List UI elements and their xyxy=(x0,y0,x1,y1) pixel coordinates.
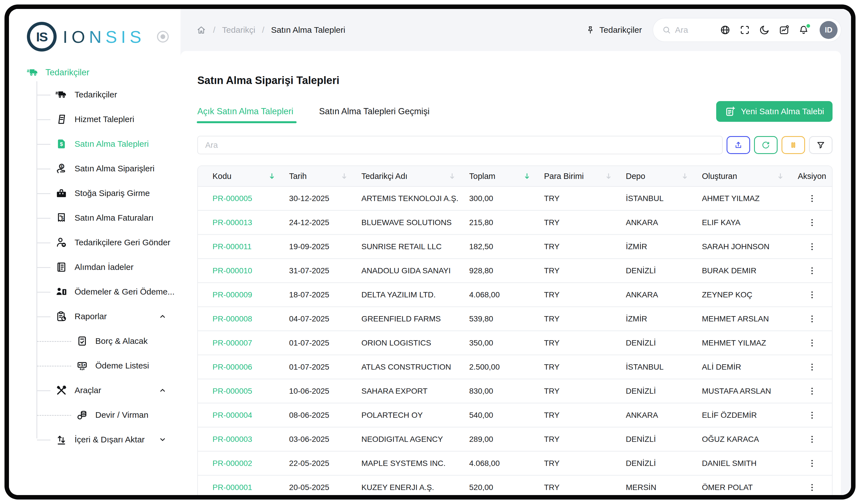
column-header-toplam[interactable]: Toplam xyxy=(464,172,539,181)
page-title: Satın Alma Siparişi Talepleri xyxy=(197,74,833,87)
table-row[interactable]: PR-000001 20-05-2025 KUZEY ENERJI A.Ş. 5… xyxy=(198,476,832,495)
sort-icon[interactable] xyxy=(604,172,613,180)
request-code-link[interactable]: PR-000004 xyxy=(198,411,283,420)
table-row[interactable]: PR-000003 03-06-2025 NEODIGITAL AGENCY 2… xyxy=(198,428,832,451)
request-code-link[interactable]: PR-000011 xyxy=(198,242,283,251)
kebab-menu-icon[interactable] xyxy=(807,217,817,228)
sidebar-item-satin-alma-faturalari[interactable]: $ Satın Alma Faturaları xyxy=(27,206,181,230)
breadcrumb-level1[interactable]: Tedarikçi xyxy=(222,25,255,35)
kebab-menu-icon[interactable] xyxy=(807,386,817,397)
kebab-menu-icon[interactable] xyxy=(807,289,817,300)
table-row[interactable]: PR-000002 22-05-2025 MAPLE SYSTEMS INC. … xyxy=(198,451,832,476)
dark-mode-moon-icon[interactable] xyxy=(759,25,770,35)
table-row[interactable]: PR-000006 01-07-2025 ATLAS CONSTRUCTION … xyxy=(198,355,832,380)
sidebar-item-tedarikciler[interactable]: Tedarikçiler xyxy=(27,82,181,107)
table-row[interactable]: PR-000007 01-07-2025 ORION LOGISTICS 350… xyxy=(198,331,832,355)
refresh-button[interactable] xyxy=(754,136,778,154)
table-row[interactable]: PR-000009 18-07-2025 DELTA YAZILIM LTD. … xyxy=(198,283,832,307)
sidebar-item-alimdan-iadeler[interactable]: Alımdan İadeler xyxy=(27,255,181,279)
kebab-menu-icon[interactable] xyxy=(807,265,817,276)
sidebar-item-tedarikcilere-geri-gonder[interactable]: Tedarikçilere Geri Gönder xyxy=(27,230,181,255)
kebab-menu-icon[interactable] xyxy=(807,434,817,445)
sort-icon[interactable] xyxy=(776,172,785,180)
table-row[interactable]: PR-000004 08-06-2025 POLARTECH OY 540,00… xyxy=(198,403,832,428)
column-header-tarih[interactable]: Tarih xyxy=(283,172,356,181)
request-date: 30-12-2025 xyxy=(283,194,356,203)
kebab-menu-icon[interactable] xyxy=(807,337,817,349)
sidebar-item-borc-alacak[interactable]: Borç & Alacak xyxy=(27,329,181,353)
kebab-menu-icon[interactable] xyxy=(807,361,817,373)
sidebar-item-stoga-siparis-girme[interactable]: Stoğa Sipariş Girme xyxy=(27,181,181,206)
globe-icon[interactable] xyxy=(720,25,731,35)
filter-button[interactable] xyxy=(809,136,833,154)
notifications-button[interactable] xyxy=(798,25,809,35)
sidebar-collapse-toggle[interactable] xyxy=(157,31,169,43)
sort-desc-icon[interactable] xyxy=(268,172,276,180)
sidebar-item-satin-alma-talepleri[interactable]: $ Satın Alma Talepleri xyxy=(27,132,181,156)
sidebar-item-hizmet-talepleri[interactable]: Hizmet Talepleri xyxy=(27,107,181,132)
activity-monitor-icon[interactable] xyxy=(779,25,789,35)
request-code-link[interactable]: PR-000001 xyxy=(198,483,283,492)
table-row[interactable]: PR-000008 04-07-2025 GREENFIELD FARMS 53… xyxy=(198,307,832,331)
table-row[interactable]: PR-000011 19-09-2025 SUNRISE RETAIL LLC … xyxy=(198,235,832,259)
currency: TRY xyxy=(539,411,620,420)
currency: TRY xyxy=(539,362,620,372)
global-search[interactable] xyxy=(662,25,711,35)
kebab-menu-icon[interactable] xyxy=(807,241,817,252)
kebab-menu-icon[interactable] xyxy=(807,410,817,421)
row-actions-cell xyxy=(792,265,832,276)
tab-acik-satin-alma-talepleri[interactable]: Açık Satın Alma Talepleri xyxy=(197,106,293,117)
request-code-link[interactable]: PR-000010 xyxy=(198,266,283,275)
kebab-menu-icon[interactable] xyxy=(807,193,817,204)
sort-icon[interactable] xyxy=(340,172,348,180)
sidebar-item-odeme-listesi[interactable]: $ Ödeme Listesi xyxy=(27,353,181,378)
column-header-olusturan[interactable]: Oluşturan xyxy=(696,172,792,181)
sidebar-item-odemeler-geri-odeme[interactable]: Ödemeler & Geri Ödeme... xyxy=(27,279,181,304)
column-header-para-birimi[interactable]: Para Birimi xyxy=(539,172,620,181)
table-row[interactable]: PR-000013 24-12-2025 BLUEWAVE SOLUTIONS … xyxy=(198,211,832,235)
table-search-input[interactable] xyxy=(197,136,723,154)
home-icon[interactable] xyxy=(196,25,206,35)
sidebar-item-label: Tedarikçiler xyxy=(74,90,117,99)
global-search-input[interactable] xyxy=(674,25,711,35)
column-header-depo[interactable]: Depo xyxy=(620,172,696,181)
currency: TRY xyxy=(539,435,620,444)
kebab-menu-icon[interactable] xyxy=(807,482,817,493)
request-code-link[interactable]: PR-000009 xyxy=(198,290,283,299)
tab-satin-alma-talepleri-gecmisi[interactable]: Satın Alma Talepleri Geçmişi xyxy=(319,106,429,117)
table-row[interactable]: PR-000005 10-06-2025 SAHARA EXPORT 830,0… xyxy=(198,380,832,403)
request-code-link[interactable]: PR-000006 xyxy=(198,362,283,372)
user-avatar[interactable]: ID xyxy=(820,21,837,39)
request-code-link[interactable]: PR-000005 xyxy=(198,387,283,396)
kebab-menu-icon[interactable] xyxy=(807,313,817,325)
kebab-menu-icon[interactable] xyxy=(807,458,817,469)
tools-icon xyxy=(56,384,67,396)
supplier-name: MAPLE SYSTEMS INC. xyxy=(356,459,464,468)
request-code-link[interactable]: PR-000013 xyxy=(198,218,283,227)
sidebar-item-devir-virman[interactable]: Devir / Virman xyxy=(27,403,181,427)
sidebar-item-raporlar[interactable]: Raporlar xyxy=(27,304,181,329)
sidebar-item-iceri-disari-aktar[interactable]: İçeri & Dışarı Aktar xyxy=(27,427,181,452)
currency: TRY xyxy=(539,483,620,492)
request-code-link[interactable]: PR-000002 xyxy=(198,459,283,468)
fullscreen-icon[interactable] xyxy=(740,25,750,35)
sidebar-root-tedarikciler[interactable]: Tedarikçiler xyxy=(27,66,181,78)
request-code-link[interactable]: PR-000008 xyxy=(198,314,283,323)
sidebar-item-satin-alma-siparisleri[interactable]: $ Satın Alma Siparişleri xyxy=(27,156,181,181)
pinned-module[interactable]: Tedarikçiler xyxy=(586,25,642,35)
pause-button[interactable] xyxy=(782,136,805,154)
new-purchase-request-button[interactable]: Yeni Satın Alma Talebi xyxy=(716,101,833,122)
request-code-link[interactable]: PR-000007 xyxy=(198,339,283,347)
sort-icon[interactable] xyxy=(448,172,456,180)
column-header-kodu[interactable]: Kodu xyxy=(198,172,283,181)
sidebar-item-araclar[interactable]: Araçlar xyxy=(27,378,181,403)
column-header-tedarikci-adi[interactable]: Tedarikçi Adı xyxy=(356,172,464,181)
request-code-link[interactable]: PR-000005 xyxy=(198,194,283,203)
table-row[interactable]: PR-000005 30-12-2025 ARTEMIS TEKNOLOJI A… xyxy=(198,187,832,211)
export-button[interactable] xyxy=(727,136,750,154)
sort-desc-icon[interactable] xyxy=(523,172,531,180)
supplier-name: ATLAS CONSTRUCTION xyxy=(356,362,464,372)
sort-icon[interactable] xyxy=(680,172,689,180)
table-row[interactable]: PR-000010 31-07-2025 ANADOLU GIDA SANAYI… xyxy=(198,259,832,283)
request-code-link[interactable]: PR-000003 xyxy=(198,435,283,444)
